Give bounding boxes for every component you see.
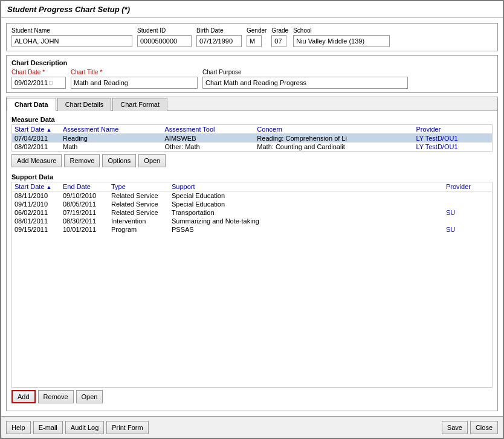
support-provider: SU	[444, 208, 492, 217]
support-type: Related Service	[109, 208, 169, 217]
support-table-header-row: Start Date ▲ End Date Type	[12, 182, 492, 191]
measure-assessment-tool: Other: Math	[163, 143, 255, 151]
student-info-section: Student Name ALOHA, JOHN Student ID 0000…	[6, 23, 498, 51]
student-id-value: 0000500000	[137, 35, 192, 47]
chart-date-value[interactable]: 09/02/2011 □	[11, 77, 66, 89]
support-start-date: 06/02/2011	[12, 208, 60, 217]
measure-assessment-name: Reading	[60, 134, 163, 143]
add-measure-button[interactable]: Add Measure	[11, 154, 62, 167]
remove-measure-button[interactable]: Remove	[64, 154, 100, 167]
audit-log-button[interactable]: Audit Log	[65, 421, 104, 434]
support-row[interactable]: 06/02/2011 07/19/2011 Related Service Tr…	[12, 208, 492, 217]
tab-chart-data[interactable]: Chart Data	[7, 98, 56, 111]
support-start-date: 09/11/2010	[12, 200, 60, 208]
chart-desc-row: Chart Date * 09/02/2011 □ Chart Title * …	[11, 69, 493, 89]
open-support-button[interactable]: Open	[76, 390, 103, 403]
support-th-provider[interactable]: Provider	[444, 182, 492, 191]
support-th-startdate[interactable]: Start Date ▲	[12, 182, 60, 191]
student-info-row: Student Name ALOHA, JOHN Student ID 0000…	[11, 27, 493, 47]
support-type: Program	[109, 225, 169, 234]
tab-chart-data-content: Measure Data Start Date ▲ A	[7, 111, 497, 411]
measure-th-startdate[interactable]: Start Date ▲	[12, 125, 60, 134]
measure-btn-row: Add Measure Remove Options Open	[11, 154, 493, 167]
support-support: Special Education	[169, 191, 444, 200]
footer-left: Help E-mail Audit Log Print Form	[6, 421, 149, 434]
support-support: Transportation	[169, 208, 444, 217]
support-th-type[interactable]: Type	[109, 182, 169, 191]
measure-concern: Reading: Comprehension of Li	[254, 134, 413, 143]
tabs-container: Chart Data Chart Details Chart Format Me…	[6, 97, 498, 411]
calendar-icon[interactable]: □	[49, 80, 52, 86]
print-form-button[interactable]: Print Form	[106, 421, 148, 434]
support-end-date: 08/30/2011	[60, 217, 109, 225]
support-table-wrapper: Start Date ▲ End Date Type	[11, 182, 493, 388]
main-window: Student Progress Chart Setup (*) Student…	[0, 0, 504, 439]
measure-assessment-tool: AIMSWEB	[163, 134, 255, 143]
grade-value: 07	[271, 35, 286, 47]
chart-date-label: Chart Date *	[11, 69, 66, 75]
birth-date-group: Birth Date 07/12/1990	[196, 27, 242, 47]
open-measure-button[interactable]: Open	[138, 154, 166, 167]
chart-title-value[interactable]: Math and Reading	[71, 77, 198, 89]
student-id-label: Student ID	[137, 27, 192, 34]
help-button[interactable]: Help	[6, 421, 31, 434]
chart-purpose-group: Chart Purpose Chart Math and Reading Pro…	[202, 69, 408, 89]
support-start-date: 09/15/2011	[12, 225, 60, 234]
support-end-date: 07/19/2011	[60, 208, 109, 217]
email-button[interactable]: E-mail	[33, 421, 63, 434]
tab-chart-format[interactable]: Chart Format	[112, 98, 167, 111]
support-row[interactable]: 09/15/2011 10/01/2011 Program PSSAS SU	[12, 225, 492, 234]
footer-bar: Help E-mail Audit Log Print Form Save Cl…	[1, 416, 503, 438]
support-start-date: 08/11/2010	[12, 191, 60, 200]
measure-th-concern[interactable]: Concern	[254, 125, 413, 134]
support-end-date: 08/05/2011	[60, 200, 109, 208]
support-data-section: Support Data Start Date ▲ E	[11, 173, 493, 406]
close-button[interactable]: Close	[470, 421, 498, 434]
remove-support-button[interactable]: Remove	[38, 390, 74, 403]
measure-table-header-row: Start Date ▲ Assessment Name Assessment …	[12, 125, 492, 134]
support-provider: SU	[444, 225, 492, 234]
support-provider	[444, 217, 492, 225]
tab-chart-details[interactable]: Chart Details	[57, 98, 112, 111]
grade-label: Grade	[271, 27, 288, 34]
title-bar: Student Progress Chart Setup (*)	[1, 1, 503, 18]
save-button[interactable]: Save	[442, 421, 468, 434]
measure-th-assessname[interactable]: Assessment Name	[60, 125, 163, 134]
gender-label: Gender	[247, 27, 267, 34]
chart-title-group: Chart Title * Math and Reading	[71, 69, 198, 89]
school-value: Niu Valley Middle (139)	[293, 35, 390, 47]
add-support-button[interactable]: Add	[11, 390, 36, 403]
measure-table: Start Date ▲ Assessment Name Assessment …	[12, 125, 492, 151]
support-table: Start Date ▲ End Date Type	[12, 182, 492, 234]
support-sort-arrow-icon: ▲	[47, 184, 52, 190]
support-row[interactable]: 08/11/2010 09/10/2010 Related Service Sp…	[12, 191, 492, 200]
measure-data-title: Measure Data	[11, 116, 493, 123]
window-title: Student Progress Chart Setup (*)	[7, 5, 130, 14]
measure-provider: LY TestD/OU1	[413, 134, 492, 143]
gender-value: M	[247, 35, 262, 47]
chart-purpose-value[interactable]: Chart Math and Reading Progress	[202, 77, 408, 89]
measure-row[interactable]: 07/04/2011 Reading AIMSWEB Reading: Comp…	[12, 134, 492, 143]
support-support: Summarizing and Note-taking	[169, 217, 444, 225]
measure-start-date: 07/04/2011	[12, 134, 60, 143]
sort-arrow-icon: ▲	[47, 127, 52, 133]
support-th-enddate[interactable]: End Date	[60, 182, 109, 191]
support-row[interactable]: 08/01/2011 08/30/2011 Intervention Summa…	[12, 217, 492, 225]
birth-date-value: 07/12/1990	[196, 35, 242, 47]
school-label: School	[293, 27, 390, 34]
measure-th-assesstool[interactable]: Assessment Tool	[163, 125, 255, 134]
student-id-group: Student ID 0000500000	[137, 27, 192, 47]
measure-concern: Math: Counting and Cardinalit	[254, 143, 413, 151]
support-end-date: 09/10/2010	[60, 191, 109, 200]
tabs-header: Chart Data Chart Details Chart Format	[7, 97, 497, 111]
chart-title-label: Chart Title *	[71, 69, 198, 75]
measure-th-provider[interactable]: Provider	[413, 125, 492, 134]
support-row[interactable]: 09/11/2010 08/05/2011 Related Service Sp…	[12, 200, 492, 208]
chart-desc-title: Chart Description	[11, 59, 493, 66]
student-name-label: Student Name	[11, 27, 132, 34]
support-th-support[interactable]: Support	[169, 182, 444, 191]
options-button[interactable]: Options	[102, 154, 136, 167]
measure-row[interactable]: 08/02/2011 Math Other: Math Math: Counti…	[12, 143, 492, 151]
support-type: Related Service	[109, 200, 169, 208]
support-data-title: Support Data	[11, 173, 493, 181]
